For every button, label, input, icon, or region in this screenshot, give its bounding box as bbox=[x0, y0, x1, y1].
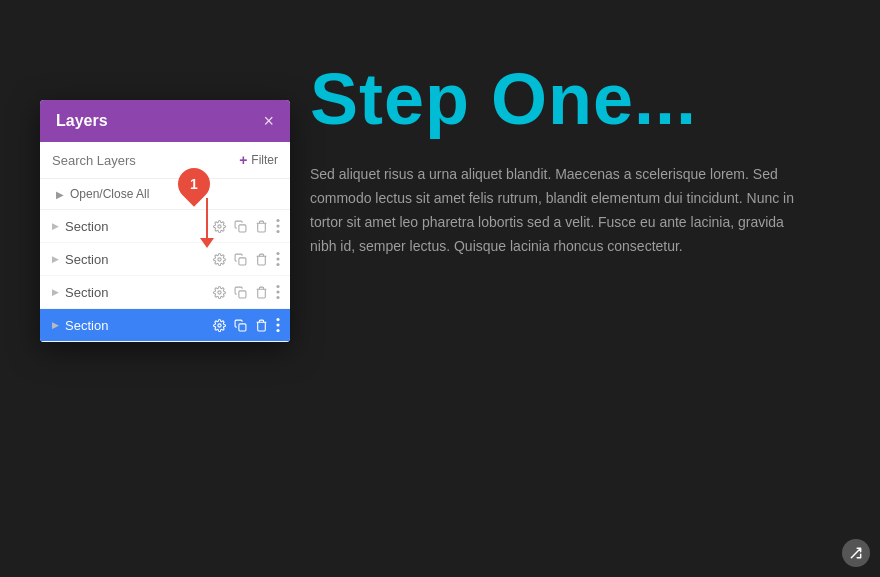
step-title: Step One... bbox=[310, 60, 860, 139]
svg-point-0 bbox=[218, 224, 221, 227]
layer-more-button[interactable] bbox=[274, 316, 282, 334]
arrow-head bbox=[200, 238, 214, 248]
layer-name: Section bbox=[65, 219, 211, 234]
svg-point-13 bbox=[276, 290, 279, 293]
layers-search-row: + Filter bbox=[40, 142, 290, 179]
svg-point-15 bbox=[218, 323, 221, 326]
layer-chevron-icon: ▶ bbox=[52, 221, 59, 231]
layers-close-button[interactable]: × bbox=[263, 112, 274, 130]
layer-actions bbox=[211, 250, 282, 268]
badge-number: 1 bbox=[190, 177, 198, 191]
svg-point-2 bbox=[276, 219, 279, 222]
layer-gear-button[interactable] bbox=[211, 284, 228, 301]
layer-trash-button[interactable] bbox=[253, 218, 270, 235]
layer-trash-button[interactable] bbox=[253, 284, 270, 301]
filter-label: Filter bbox=[251, 153, 278, 167]
layer-row[interactable]: ▶ Section bbox=[40, 210, 290, 243]
svg-point-5 bbox=[218, 257, 221, 260]
svg-point-10 bbox=[218, 290, 221, 293]
layer-actions bbox=[211, 316, 282, 334]
svg-point-18 bbox=[276, 323, 279, 326]
open-close-all[interactable]: ▶ Open/Close All bbox=[40, 179, 290, 210]
layer-row[interactable]: ▶ Section bbox=[40, 276, 290, 309]
resize-handle-button[interactable] bbox=[842, 539, 870, 567]
svg-rect-6 bbox=[239, 257, 246, 264]
svg-point-19 bbox=[276, 329, 279, 332]
layer-row[interactable]: ▶ Section bbox=[40, 243, 290, 276]
layer-actions bbox=[211, 217, 282, 235]
filter-button[interactable]: + Filter bbox=[239, 152, 278, 168]
layer-gear-button[interactable] bbox=[211, 251, 228, 268]
arrow-indicator bbox=[200, 198, 214, 248]
svg-point-3 bbox=[276, 224, 279, 227]
layer-name: Section bbox=[65, 318, 211, 333]
layer-trash-button[interactable] bbox=[253, 251, 270, 268]
open-close-arrow-icon: ▶ bbox=[56, 189, 64, 200]
layers-search-input[interactable] bbox=[52, 153, 231, 168]
layer-trash-button[interactable] bbox=[253, 317, 270, 334]
svg-rect-16 bbox=[239, 323, 246, 330]
step-description: Sed aliquet risus a urna aliquet blandit… bbox=[310, 163, 810, 258]
layer-more-button[interactable] bbox=[274, 283, 282, 301]
layer-copy-button[interactable] bbox=[232, 284, 249, 301]
layer-copy-button[interactable] bbox=[232, 317, 249, 334]
arrow-line bbox=[206, 198, 208, 238]
layer-gear-button[interactable] bbox=[211, 317, 228, 334]
layers-title: Layers bbox=[56, 112, 108, 130]
layer-more-button[interactable] bbox=[274, 217, 282, 235]
layer-name: Section bbox=[65, 285, 211, 300]
svg-point-8 bbox=[276, 257, 279, 260]
layer-actions bbox=[211, 283, 282, 301]
layer-row-active[interactable]: ▶ Section bbox=[40, 309, 290, 342]
layer-chevron-icon: ▶ bbox=[52, 254, 59, 264]
resize-icon bbox=[849, 546, 863, 560]
layer-more-button[interactable] bbox=[274, 250, 282, 268]
svg-point-7 bbox=[276, 252, 279, 255]
open-close-label: Open/Close All bbox=[70, 187, 149, 201]
main-content: Step One... Sed aliquet risus a urna ali… bbox=[310, 60, 860, 537]
layers-panel: Layers × + Filter ▶ Open/Close All ▶ Sec… bbox=[40, 100, 290, 342]
svg-point-9 bbox=[276, 263, 279, 266]
layer-name: Section bbox=[65, 252, 211, 267]
svg-rect-1 bbox=[239, 224, 246, 231]
svg-point-17 bbox=[276, 318, 279, 321]
layers-header: Layers × bbox=[40, 100, 290, 142]
svg-rect-11 bbox=[239, 290, 246, 297]
layer-chevron-icon: ▶ bbox=[52, 287, 59, 297]
layer-chevron-icon: ▶ bbox=[52, 320, 59, 330]
layer-copy-button[interactable] bbox=[232, 218, 249, 235]
filter-plus-icon: + bbox=[239, 152, 247, 168]
layer-copy-button[interactable] bbox=[232, 251, 249, 268]
svg-point-14 bbox=[276, 296, 279, 299]
svg-point-12 bbox=[276, 285, 279, 288]
svg-point-4 bbox=[276, 230, 279, 233]
